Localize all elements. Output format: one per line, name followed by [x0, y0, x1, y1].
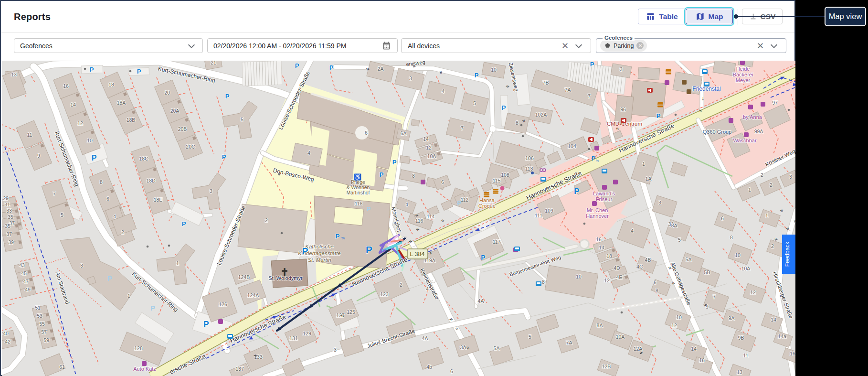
svg-text:10: 10 [735, 252, 741, 258]
svg-text:P: P [502, 104, 506, 111]
svg-text:2: 2 [761, 172, 763, 178]
svg-text:P: P [380, 171, 384, 178]
svg-text:♿: ♿ [354, 173, 362, 181]
svg-text:10: 10 [576, 274, 582, 279]
svg-text:5: 5 [529, 334, 531, 340]
svg-text:116: 116 [415, 218, 423, 224]
svg-text:14: 14 [599, 245, 604, 250]
svg-text:↓: ↓ [701, 95, 704, 102]
svg-text:Waschbar: Waschbar [733, 138, 756, 143]
svg-text:6: 6 [654, 279, 656, 285]
svg-text:20C: 20C [186, 144, 195, 150]
svg-text:P: P [302, 246, 308, 256]
svg-text:4: 4 [631, 228, 634, 234]
svg-text:P: P [222, 153, 226, 161]
svg-text:118: 118 [355, 201, 363, 206]
svg-text:20A: 20A [170, 108, 180, 114]
svg-text:12B: 12B [602, 364, 611, 369]
svg-text:14a: 14a [778, 333, 786, 339]
svg-text:11: 11 [27, 132, 32, 138]
svg-text:P: P [295, 62, 299, 69]
svg-text:45: 45 [21, 270, 27, 276]
svg-text:115: 115 [493, 178, 501, 183]
svg-text:12: 12 [426, 145, 432, 150]
svg-text:4: 4 [442, 88, 445, 94]
svg-text:P: P [656, 112, 661, 119]
svg-text:104: 104 [568, 143, 576, 149]
svg-text:18D: 18D [146, 178, 156, 183]
svg-text:111: 111 [535, 213, 542, 218]
svg-text:4B: 4B [645, 257, 651, 263]
svg-text:Martinshof: Martinshof [346, 190, 370, 195]
svg-text:P: P [392, 159, 397, 166]
svg-text:4C: 4C [636, 264, 643, 269]
svg-text:6: 6 [441, 179, 444, 185]
svg-text:4: 4 [307, 150, 310, 156]
svg-text:8: 8 [730, 235, 733, 240]
svg-text:10: 10 [676, 314, 682, 320]
svg-text:4A: 4A [422, 335, 428, 341]
svg-text:5A: 5A [494, 345, 500, 351]
svg-text:55: 55 [39, 321, 45, 327]
svg-text:5A: 5A [686, 257, 692, 262]
svg-text:20B: 20B [178, 126, 187, 132]
svg-text:18A: 18A [117, 100, 126, 106]
svg-text:108: 108 [501, 172, 509, 178]
svg-text:6A: 6A [401, 130, 407, 136]
svg-text:7A: 7A [565, 87, 571, 93]
svg-text:42: 42 [5, 339, 11, 344]
svg-text:P: P [366, 244, 372, 255]
svg-text:18E: 18E [154, 197, 163, 203]
svg-text:P: P [590, 61, 594, 68]
svg-text:18: 18 [108, 82, 114, 87]
svg-text:3: 3 [210, 188, 212, 194]
svg-text:2: 2 [770, 182, 773, 188]
svg-text:125: 125 [347, 309, 355, 315]
svg-text:13: 13 [11, 72, 17, 77]
svg-text:Hannover: Hannover [586, 213, 609, 219]
svg-text:%: % [341, 236, 345, 240]
svg-text:12: 12 [604, 278, 610, 283]
svg-text:6: 6 [106, 196, 109, 202]
svg-text:16: 16 [790, 351, 795, 356]
svg-text:1A: 1A [646, 176, 652, 182]
svg-text:Croque: Croque [478, 203, 496, 209]
svg-text:7A: 7A [566, 340, 572, 345]
svg-text:18B: 18B [127, 117, 136, 123]
svg-text:Meyer: Meyer [736, 77, 751, 83]
svg-text:Q360 Group: Q360 Group [703, 129, 732, 135]
svg-text:%: % [596, 159, 599, 162]
svg-text:Bäckerei: Bäckerei [733, 72, 753, 77]
svg-text:11: 11 [743, 353, 749, 358]
svg-text:16: 16 [699, 357, 705, 363]
svg-text:Feedback: Feedback [784, 241, 791, 267]
svg-text:97: 97 [772, 100, 778, 106]
svg-text:Friseur: Friseur [596, 196, 613, 202]
svg-text:8A: 8A [597, 322, 603, 328]
svg-text:49: 49 [25, 287, 31, 292]
svg-text:P: P [481, 254, 485, 261]
svg-text:12: 12 [750, 290, 756, 295]
svg-text:Auto Katz: Auto Katz [133, 366, 156, 372]
svg-text:4: 4 [426, 286, 429, 292]
svg-text:9A: 9A [729, 315, 735, 321]
svg-text:P: P [336, 233, 340, 240]
svg-text:7: 7 [588, 93, 591, 99]
svg-text:3: 3 [658, 200, 661, 205]
svg-text:13: 13 [737, 369, 742, 375]
svg-text:10A: 10A [741, 266, 751, 271]
svg-text:2: 2 [265, 217, 268, 223]
svg-text:P: P [475, 72, 479, 79]
svg-text:106: 106 [525, 155, 534, 161]
svg-text:Friedenstal: Friedenstal [692, 86, 720, 92]
svg-text:1: 1 [765, 213, 768, 218]
svg-text:3: 3 [409, 75, 412, 81]
svg-text:109: 109 [545, 208, 553, 214]
svg-text:2: 2 [771, 243, 774, 249]
svg-text:P: P [592, 155, 595, 162]
svg-text:7: 7 [713, 294, 716, 300]
svg-text:129: 129 [303, 331, 311, 336]
svg-text:9: 9 [37, 153, 40, 159]
svg-text:114: 114 [427, 214, 435, 219]
svg-text:35: 35 [5, 223, 11, 229]
